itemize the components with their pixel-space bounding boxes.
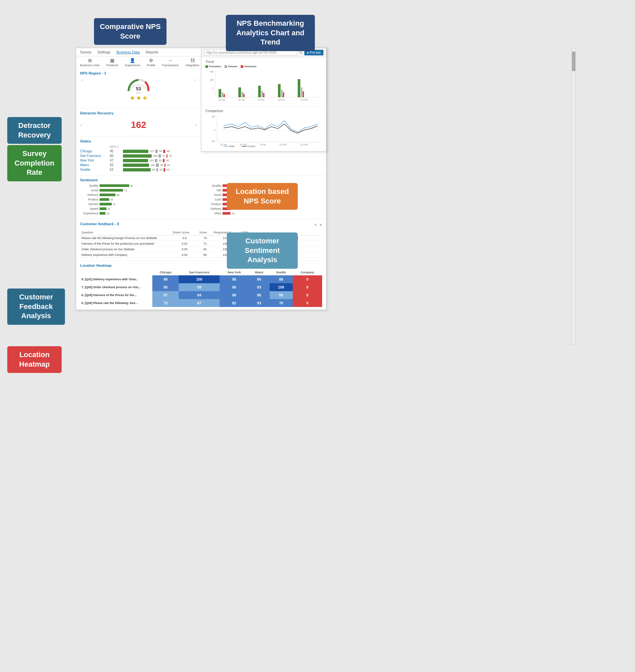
heatmap-cell: 82 xyxy=(220,299,248,307)
bar-gray-num: 47 xyxy=(162,154,165,157)
svg-text:-100: -100 xyxy=(211,140,215,143)
legend-promoters: Promoters xyxy=(205,65,221,68)
sent-value: 21 xyxy=(108,208,110,210)
svg-rect-22 xyxy=(263,93,264,97)
sent-label-right: Good xyxy=(203,193,221,197)
heatmap-cell: 67 xyxy=(179,299,220,307)
fb-score: 81 xyxy=(198,247,212,252)
heatmap-cell: 88 xyxy=(270,275,293,283)
callout-location-nps: Location based NPS Score xyxy=(227,183,298,210)
bar-red xyxy=(163,168,165,171)
bar-gray-num: 18 xyxy=(159,168,162,171)
heatmap-cell: 0 xyxy=(293,299,322,307)
icon-integration[interactable]: ⛓ Integration xyxy=(185,58,199,67)
bar-gray-num: 34 xyxy=(159,150,162,153)
svg-rect-26 xyxy=(298,79,300,97)
sent-label-right: Product xyxy=(203,202,221,206)
edit-icon[interactable]: ✎ xyxy=(314,223,317,227)
svg-text:Country: Country xyxy=(247,145,256,147)
icon-transactions[interactable]: ↔ Transactions xyxy=(162,58,179,67)
svg-text:6.Feb: 6.Feb xyxy=(259,99,264,101)
heatmap-cell: 100 xyxy=(179,275,220,283)
sentiment-row-right: More 24 xyxy=(203,212,322,215)
heatmap-cell: 59 xyxy=(179,283,220,291)
bar-red xyxy=(163,150,165,153)
scrollbar[interactable] xyxy=(572,48,576,345)
svg-rect-16 xyxy=(223,94,225,97)
svg-rect-20 xyxy=(258,86,261,97)
comparison-section: Comparison 100 0 -100 23.Jan 30.Jan 6.Fe… xyxy=(201,107,326,151)
icon-profile[interactable]: ⚙ Profile xyxy=(147,58,156,67)
sentiment-row: Speed 21 xyxy=(80,207,199,210)
svg-text:20.Feb: 20.Feb xyxy=(301,99,308,101)
heatmap-col-header: Seattle xyxy=(270,269,293,275)
scrollbar-thumb[interactable] xyxy=(572,51,575,71)
sent-value: 18 xyxy=(107,212,109,215)
bar-red-num: 23 xyxy=(167,168,170,171)
icon-supervisors[interactable]: 👤 Supervisors xyxy=(125,58,140,67)
bar-green xyxy=(123,164,149,167)
bar-green-num: 183 xyxy=(153,154,157,157)
col-driver: Driver Score xyxy=(172,230,198,235)
bar-green xyxy=(123,159,148,162)
heatmap-cell: 73 xyxy=(152,299,179,307)
bar-green-num: 94 xyxy=(152,168,155,171)
sent-bar-right xyxy=(222,212,231,215)
heatmap-cell: 85 xyxy=(152,283,179,291)
svg-text:400: 400 xyxy=(210,70,214,73)
icon-business-units[interactable]: ⊞ Business Units xyxy=(80,58,100,67)
bar-green-num: 127 xyxy=(150,150,154,153)
detractor-prev[interactable]: ‹ xyxy=(80,122,82,128)
detractor-next[interactable]: › xyxy=(196,122,197,128)
bench-panel: ✎ ● Pre·iew Trend Promoters Passive Detr… xyxy=(201,48,326,152)
bar-green xyxy=(123,168,151,171)
heatmap-row-label: 7. [Q30] Order checkout process on Vist.… xyxy=(80,283,152,291)
bar-green-num: 142 xyxy=(150,164,155,167)
heatmap-cell: 86 xyxy=(220,275,248,283)
nps-region-1-prev[interactable]: ‹ xyxy=(82,77,83,95)
icon-products[interactable]: ▦ Products xyxy=(107,58,118,67)
nav-survey[interactable]: Survey xyxy=(80,50,91,54)
fb-driver: 0.55 xyxy=(172,247,198,252)
state-name: Seattle xyxy=(80,168,110,171)
sent-label-right: Delivery xyxy=(203,207,221,210)
fb-score: 71 xyxy=(198,241,212,247)
fb-question: Please rate the following:Design Process… xyxy=(80,235,172,241)
close-icon[interactable]: ✕ xyxy=(319,223,322,227)
state-nps: 53 xyxy=(110,168,123,171)
sentiment-title: Sentiment xyxy=(80,178,322,182)
sent-bar xyxy=(100,212,106,215)
sent-label-right: Net xyxy=(203,189,221,192)
nav-reports[interactable]: Reports xyxy=(146,50,159,54)
sentiment-row: Quality 90 xyxy=(80,184,199,187)
detractor-title: Detractor Recovery xyxy=(80,111,197,115)
svg-rect-14 xyxy=(219,89,221,97)
nps-region-1-next[interactable]: › xyxy=(194,77,196,95)
nav-settings[interactable]: Settings xyxy=(97,50,110,54)
detractor-recovery-box: Detractor Recovery ‹ 162 › xyxy=(76,108,201,136)
sentiment-left: Quality 90 Good 71 Delivery 48 Product 2… xyxy=(80,184,199,216)
heatmap-col-header: Company xyxy=(293,269,322,275)
trend-title: Trend xyxy=(205,60,322,64)
fb-score: 74 xyxy=(198,235,212,241)
sent-value: 48 xyxy=(116,194,119,197)
nav-business-data[interactable]: Business Data xyxy=(116,50,140,54)
nps-region-1: NPS Region - 1 ‹ 53 NPS › xyxy=(76,69,201,108)
state-bars: 113 33 32 xyxy=(123,159,322,162)
svg-text:13.Feb: 13.Feb xyxy=(278,99,285,101)
state-nps: 45 xyxy=(110,149,123,153)
svg-text:6.Feb: 6.Feb xyxy=(260,144,266,146)
fb-question: Fairness of the Prices for the product(s… xyxy=(80,241,172,247)
heatmap-cell: 80 xyxy=(220,291,248,299)
feedback-action-icons: ✎ ✕ xyxy=(314,223,322,227)
supervisors-icon: 👤 xyxy=(130,58,135,63)
comparison-title: Comparison xyxy=(205,109,322,113)
callout-nps-bench: NPS Benchmarking Analytics Chart and Tre… xyxy=(226,15,315,51)
bar-gray xyxy=(156,164,159,167)
heatmap-row: 5. [Q28] Please rate the following: Des.… xyxy=(80,299,322,307)
fb-question: Delivery experience with Company. xyxy=(80,252,172,258)
sent-label: Product xyxy=(80,198,98,201)
svg-text:13.Feb: 13.Feb xyxy=(279,144,286,146)
svg-rect-17 xyxy=(238,87,241,97)
heatmap-cell: 88 xyxy=(152,275,179,283)
